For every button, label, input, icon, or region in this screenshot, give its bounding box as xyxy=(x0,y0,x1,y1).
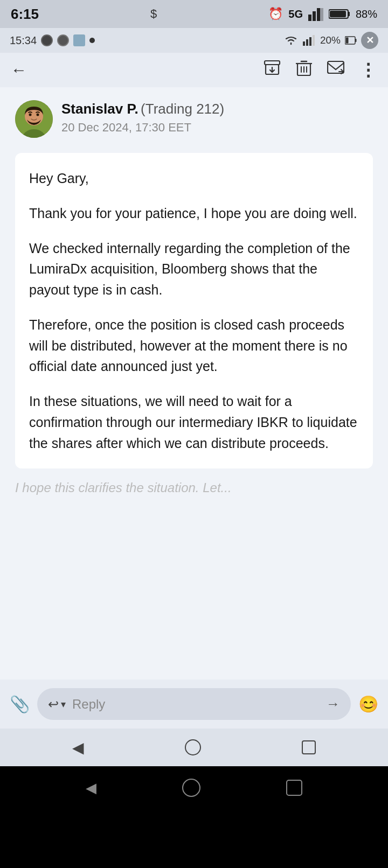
svg-rect-9 xyxy=(309,37,311,46)
home-circle-button[interactable] xyxy=(182,779,200,797)
more-options-button[interactable]: ⋮ xyxy=(359,60,377,80)
email-content-area: Stanislav P. (Trading 212) 20 Dec 2024, … xyxy=(0,87,388,680)
dollar-icon: $ xyxy=(150,7,157,21)
battery-percent: 88% xyxy=(356,8,377,20)
sender-date: 20 Dec 2024, 17:30 EET xyxy=(61,121,373,135)
sender-company: (Trading 212) xyxy=(141,101,224,117)
nav-recents-button[interactable] xyxy=(302,740,316,754)
email-paragraph-3: Therefore, once the position is closed c… xyxy=(29,314,359,377)
sender-row: Stanislav P. (Trading 212) 20 Dec 2024, … xyxy=(15,100,373,138)
dot-indicator xyxy=(89,38,95,43)
reply-arrow-icon[interactable]: ↩ xyxy=(48,697,59,712)
system-status-icons: ⏰ 5G 88% xyxy=(268,7,377,21)
home-bar: ◀ xyxy=(0,766,388,809)
email-paragraph-2: We checked internally regarding the comp… xyxy=(29,238,359,300)
emoji-button[interactable]: 😊 xyxy=(358,695,378,713)
forward-button[interactable]: → xyxy=(326,696,340,712)
app-icon-1 xyxy=(41,34,53,46)
svg-rect-8 xyxy=(306,39,308,46)
signal-bars-icon xyxy=(303,35,316,46)
attachment-button[interactable]: 📎 xyxy=(10,695,30,713)
svg-rect-13 xyxy=(346,38,349,44)
inner-status-right: 20% ✕ xyxy=(283,32,378,49)
wifi-icon xyxy=(283,34,299,46)
network-label: 5G xyxy=(288,8,303,20)
back-button[interactable]: ← xyxy=(11,61,27,79)
android-nav-bar: ◀ xyxy=(0,729,388,766)
app-icon-2 xyxy=(57,34,69,46)
battery-icon xyxy=(329,9,350,19)
sender-name: Stanislav P. xyxy=(61,101,138,117)
home-back-triangle[interactable]: ◀ xyxy=(86,780,96,796)
email-toolbar: ← ⋮ xyxy=(0,53,388,87)
nav-back-button[interactable]: ◀ xyxy=(72,739,84,757)
alarm-icon: ⏰ xyxy=(268,7,283,21)
system-time: 6:15 xyxy=(11,6,39,23)
close-button[interactable]: ✕ xyxy=(361,32,378,49)
toolbar-icons: ⋮ xyxy=(264,60,377,81)
avatar xyxy=(15,100,53,138)
email-body: Hey Gary, Thank you for your patience, I… xyxy=(15,153,373,468)
reply-input-container[interactable]: ↩ ▾ Reply → xyxy=(37,688,351,720)
inner-time: 15:34 xyxy=(10,34,37,47)
svg-rect-7 xyxy=(303,41,305,46)
email-paragraph-0: Hey Gary, xyxy=(29,168,359,189)
svg-rect-6 xyxy=(330,11,346,17)
svg-marker-1 xyxy=(313,11,316,21)
sender-info: Stanislav P. (Trading 212) 20 Dec 2024, … xyxy=(61,100,373,135)
reply-dropdown-icon[interactable]: ▾ xyxy=(61,698,66,710)
inner-status-left: 15:34 xyxy=(10,34,95,47)
svg-marker-3 xyxy=(319,8,323,21)
svg-point-22 xyxy=(37,114,39,116)
svg-rect-10 xyxy=(313,35,315,46)
system-status-bar: 6:15 $ ⏰ 5G 88% xyxy=(0,0,388,28)
email-action-button[interactable] xyxy=(327,61,344,80)
svg-point-21 xyxy=(29,114,32,116)
svg-rect-12 xyxy=(355,39,357,42)
inner-status-bar: 15:34 20% ✕ xyxy=(0,28,388,53)
archive-button[interactable] xyxy=(264,60,281,81)
svg-marker-0 xyxy=(308,15,311,21)
reply-action-group[interactable]: ↩ ▾ xyxy=(48,697,66,712)
app-icon-3 xyxy=(73,34,85,46)
reply-placeholder[interactable]: Reply xyxy=(72,697,320,712)
email-paragraph-1: Thank you for your patience, I hope you … xyxy=(29,203,359,224)
home-square-button[interactable] xyxy=(286,780,302,796)
signal-icon xyxy=(308,7,323,21)
delete-button[interactable] xyxy=(296,60,312,81)
inner-battery-percent: 20% xyxy=(320,34,341,46)
reply-bar: 📎 ↩ ▾ Reply → 😊 xyxy=(0,680,388,729)
nav-home-button[interactable] xyxy=(185,739,201,755)
svg-rect-5 xyxy=(348,12,350,16)
email-paragraph-4: In these situations, we will need to wai… xyxy=(29,391,359,453)
inner-battery-icon xyxy=(345,36,357,45)
faded-email-text: I hope this clarifies the situation. Let… xyxy=(15,475,373,501)
